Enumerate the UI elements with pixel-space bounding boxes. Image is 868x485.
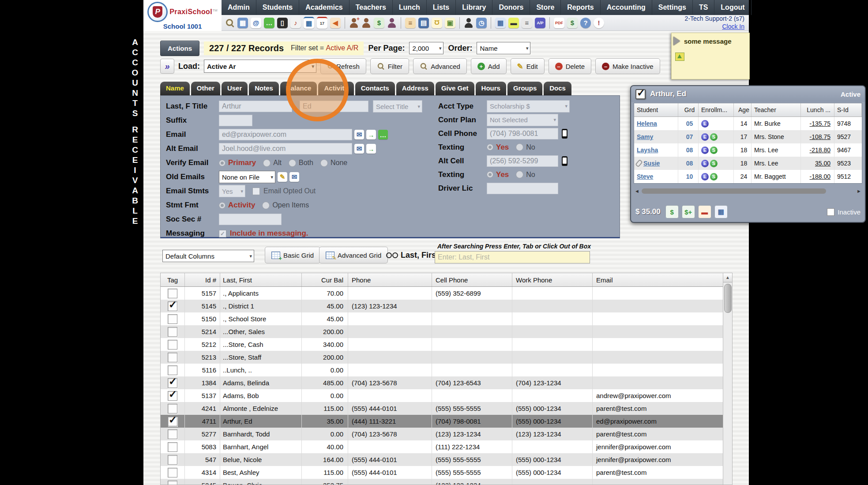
table-row[interactable]: 5277Barnhardt, Todd0.00(704) 123-5678(12… bbox=[161, 428, 723, 440]
family-hscrollbar[interactable]: ◄ ► bbox=[635, 188, 861, 195]
help-icon[interactable]: ? bbox=[580, 18, 591, 28]
lunch-balance-link[interactable]: -218.80 bbox=[810, 147, 830, 154]
library-icon[interactable]: ▤ bbox=[418, 18, 429, 28]
tag-checkbox[interactable] bbox=[168, 327, 177, 337]
tab-groups[interactable]: Groups bbox=[507, 82, 542, 95]
play-message-icon[interactable] bbox=[673, 37, 680, 45]
table-row[interactable]: 4314Best, Ashley115.00(555) 444-0101(555… bbox=[161, 466, 723, 479]
make-inactive-button[interactable]: –Make Inactive bbox=[595, 58, 660, 74]
register-icon[interactable]: $ bbox=[567, 18, 578, 28]
student-link[interactable]: Steve bbox=[637, 173, 653, 180]
report-icon[interactable]: ▦ bbox=[495, 18, 506, 28]
send-email-icon[interactable]: → bbox=[366, 144, 376, 154]
lunch-balance-link[interactable]: -135.75 bbox=[810, 120, 830, 127]
open-email-icon[interactable]: ✉ bbox=[354, 144, 364, 154]
student-link[interactable]: Laysha bbox=[637, 147, 658, 154]
open-email-icon[interactable]: ✉ bbox=[354, 130, 364, 139]
print-icon[interactable]: ≡ bbox=[522, 18, 532, 28]
family-icon[interactable] bbox=[387, 18, 397, 28]
chat-icon[interactable]: … bbox=[264, 18, 274, 28]
radio-none[interactable] bbox=[320, 159, 328, 167]
tab-activity[interactable]: Activity bbox=[318, 82, 353, 95]
add-button[interactable]: +Add bbox=[471, 58, 507, 74]
email-input[interactable] bbox=[219, 129, 352, 140]
soc-sec-input[interactable] bbox=[219, 214, 282, 225]
family-col-teacher[interactable]: Teacher bbox=[752, 103, 801, 117]
grid-col-cell-phone[interactable]: Cell Phone bbox=[432, 273, 512, 286]
table-row[interactable]: 5083Barnhart, Angel40.00(111) 222-1234je… bbox=[161, 440, 723, 453]
tab-notes[interactable]: Notes bbox=[249, 82, 279, 95]
parent-icon[interactable] bbox=[361, 18, 371, 28]
email-opted-out-checkbox[interactable] bbox=[252, 188, 260, 195]
card-payment-icon[interactable]: ▬ bbox=[698, 205, 711, 218]
grid-vscrollbar[interactable]: ▲ bbox=[723, 273, 732, 485]
nav-item-accounting[interactable]: Accounting bbox=[601, 0, 652, 15]
nav-item-library[interactable]: Library bbox=[456, 0, 492, 15]
table-row[interactable]: 5116..Lunch, ..0.00 bbox=[161, 364, 723, 376]
tab-address[interactable]: Address bbox=[396, 82, 434, 95]
tag-checkbox[interactable] bbox=[168, 378, 177, 388]
student-link[interactable]: Samy bbox=[637, 133, 653, 140]
bell-icon[interactable]: Ω bbox=[432, 18, 442, 28]
family-col-lunch[interactable]: Lunch ... bbox=[801, 103, 834, 117]
nav-item-settings[interactable]: Settings bbox=[652, 0, 693, 15]
tab-docs[interactable]: Docs bbox=[544, 82, 571, 95]
tag-checkbox[interactable] bbox=[168, 404, 177, 414]
family-col-grd[interactable]: Grd bbox=[678, 103, 699, 117]
table-row[interactable]: 5150., School Store45.00 bbox=[161, 312, 723, 325]
last-name-input[interactable] bbox=[219, 101, 292, 112]
payment-icon[interactable]: $ bbox=[665, 205, 679, 218]
tag-checkbox[interactable] bbox=[168, 289, 177, 298]
family-row[interactable]: Susie08ES18Mrs. Lee35.009523 bbox=[634, 157, 862, 170]
actions-button[interactable]: Actions bbox=[160, 41, 199, 56]
staff-icon[interactable] bbox=[464, 18, 473, 28]
table-row[interactable]: 5157., Applicants70.00(559) 352-6899 bbox=[161, 287, 723, 300]
title-select[interactable]: Select Title▾ bbox=[373, 100, 422, 113]
driver-lic-input[interactable] bbox=[487, 183, 558, 194]
grid-col-last-first[interactable]: Last, First bbox=[220, 273, 302, 286]
nav-item-teachers[interactable]: Teachers bbox=[349, 0, 393, 15]
table-row[interactable]: 5214...Other, Sales200.00 bbox=[161, 325, 723, 338]
nav-item-donors[interactable]: Donors bbox=[492, 0, 530, 15]
table-row[interactable]: 4711Arthur, Ed35.00(444) 111-3221(704) 7… bbox=[161, 415, 723, 428]
tab-user[interactable]: User bbox=[222, 82, 248, 95]
tag-checkbox[interactable] bbox=[168, 417, 177, 426]
delete-button[interactable]: –Delete bbox=[549, 58, 591, 74]
advanced-button[interactable]: Advanced bbox=[413, 58, 467, 74]
inactive-checkbox[interactable] bbox=[827, 208, 834, 216]
first-name-input[interactable] bbox=[300, 101, 368, 112]
family-row[interactable]: Laysha08ES18Mrs. Lee-218.809467 bbox=[634, 143, 862, 157]
table-row[interactable]: 5213...Store, Staff200.00 bbox=[161, 351, 723, 364]
add-note-icon[interactable] bbox=[675, 53, 684, 61]
nav-item-students[interactable]: Students bbox=[256, 0, 299, 15]
nav-item-lunch[interactable]: Lunch bbox=[393, 0, 427, 15]
mobile-phone-icon[interactable] bbox=[562, 156, 567, 166]
grid-col-cur-bal[interactable]: Cur Bal bbox=[302, 273, 348, 286]
tab-name[interactable]: Name bbox=[160, 82, 190, 95]
pdf-icon[interactable]: PDF bbox=[554, 18, 564, 28]
clock-in-link[interactable]: Clock In bbox=[685, 23, 744, 31]
alt-email-input[interactable] bbox=[219, 143, 352, 154]
columns-select[interactable]: Default Columns▾ bbox=[162, 250, 254, 262]
nav-item-admin[interactable]: Admin bbox=[222, 0, 256, 15]
search-icon[interactable] bbox=[225, 18, 235, 28]
nav-item-store[interactable]: Store bbox=[530, 0, 561, 15]
add-parent-icon[interactable]: + bbox=[349, 18, 359, 28]
card-icon[interactable]: ▬ bbox=[508, 18, 519, 28]
scroll-up-icon[interactable]: ▲ bbox=[723, 273, 732, 282]
grid-col-tag[interactable]: Tag bbox=[161, 273, 185, 286]
hscroll-thumb[interactable] bbox=[642, 188, 826, 194]
table-row[interactable]: 1384Adams, Belinda485.00(704) 123-5678(7… bbox=[161, 376, 723, 389]
table-row[interactable]: 5137Adams, Bob0.00andrew@praxipower.com bbox=[161, 389, 723, 402]
mobile-phone-icon[interactable] bbox=[562, 129, 567, 139]
tag-checkbox[interactable] bbox=[168, 365, 177, 375]
nav-item-academics[interactable]: Academics bbox=[299, 0, 349, 15]
table-row[interactable]: 5212...Store, Cash340.00 bbox=[161, 338, 723, 351]
messaging-checkbox[interactable]: ✓ bbox=[219, 230, 226, 237]
order-select[interactable]: Name▾ bbox=[477, 42, 530, 54]
tag-checkbox[interactable] bbox=[168, 481, 177, 485]
tab-other[interactable]: Other bbox=[191, 82, 220, 95]
family-row[interactable]: Helena05E14Mr. Burke-135.759748 bbox=[634, 117, 862, 130]
tag-checkbox[interactable] bbox=[168, 391, 177, 401]
cell-phone-input[interactable] bbox=[487, 128, 558, 139]
